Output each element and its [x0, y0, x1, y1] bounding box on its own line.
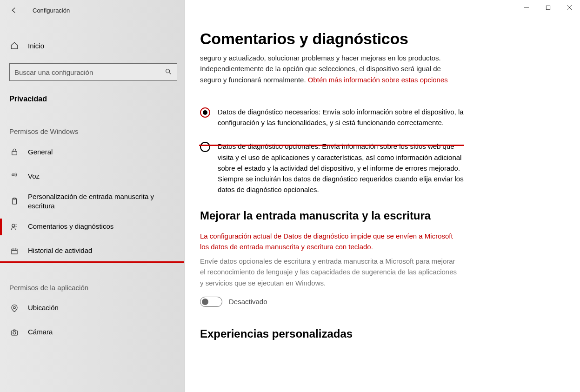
- back-button[interactable]: [4, 0, 24, 20]
- sidebar-item-label: Personalización de entrada manuscrita y …: [28, 192, 175, 211]
- inking-warning: La configuración actual de Datos de diag…: [200, 231, 460, 252]
- sidebar-item-label: Ubicación: [28, 303, 59, 312]
- radio-button-selected-icon[interactable]: [200, 107, 210, 118]
- group-windows-permissions: Permisos de Windows: [0, 107, 185, 140]
- sidebar-item-camera[interactable]: Cámara: [0, 320, 185, 345]
- main-content: Comentarios y diagnósticos seguro y actu…: [185, 0, 580, 392]
- close-button[interactable]: [559, 0, 580, 15]
- intro-link[interactable]: Obtén más información sobre estas opcion…: [308, 76, 448, 84]
- radio-required-label: Datos de diagnóstico necesarios: Envía s…: [218, 106, 465, 128]
- subheading-experiences: Experiencias personalizadas: [200, 327, 552, 340]
- inking-toggle[interactable]: [200, 297, 222, 307]
- page-heading: Comentarios y diagnósticos: [200, 30, 552, 48]
- minimize-button[interactable]: [516, 0, 537, 15]
- sidebar-item-label: Cámara: [28, 327, 53, 337]
- search-icon: [165, 68, 172, 77]
- search-box[interactable]: [9, 63, 177, 81]
- search-input[interactable]: [14, 68, 165, 76]
- diagnostic-radio-group: Datos de diagnóstico necesarios: Envía s…: [200, 106, 465, 195]
- svg-point-7: [13, 306, 16, 309]
- sidebar-item-label: Voz: [28, 172, 40, 181]
- subheading-inking: Mejorar la entrada manuscrita y la escri…: [200, 209, 552, 222]
- lock-icon: [9, 148, 20, 156]
- svg-point-9: [13, 331, 16, 334]
- sidebar-home[interactable]: Inicio: [0, 33, 185, 59]
- feedback-icon: [9, 223, 20, 231]
- sidebar-item-location[interactable]: Ubicación: [0, 296, 185, 320]
- sidebar: Configuración Inicio Privacidad Permisos…: [0, 0, 185, 392]
- sidebar-item-activity[interactable]: Historial de actividad: [0, 239, 185, 263]
- svg-rect-10: [546, 6, 550, 9]
- radio-optional-label: Datos de diagnóstico opcionales: Envía i…: [218, 141, 465, 195]
- voice-icon: [9, 172, 20, 180]
- home-icon: [9, 41, 20, 50]
- sidebar-item-voice[interactable]: Voz: [0, 164, 185, 188]
- maximize-button[interactable]: [537, 0, 559, 15]
- inking-toggle-label: Desactivado: [229, 298, 267, 306]
- sidebar-item-general[interactable]: General: [0, 140, 185, 164]
- svg-point-0: [166, 69, 170, 73]
- svg-point-2: [12, 174, 14, 176]
- sidebar-item-label: General: [28, 147, 53, 157]
- inking-description: Envíe datos opcionales de escritura y en…: [200, 256, 460, 288]
- sidebar-item-label: Historial de actividad: [28, 246, 92, 255]
- radio-optional[interactable]: Datos de diagnóstico opcionales: Envía i…: [200, 141, 465, 195]
- svg-rect-6: [12, 249, 17, 254]
- highlight-underline: [199, 145, 464, 146]
- titlebar: Configuración: [0, 0, 185, 20]
- sidebar-item-feedback[interactable]: Comentarios y diagnósticos: [0, 215, 185, 239]
- clipboard-icon: [9, 197, 20, 206]
- group-app-permissions: Permisos de la aplicación: [0, 263, 185, 296]
- svg-rect-1: [12, 152, 17, 155]
- section-privacy: Privacidad: [0, 81, 185, 107]
- radio-button-unselected-icon[interactable]: [200, 142, 210, 152]
- history-icon: [9, 247, 20, 255]
- sidebar-item-label: Comentarios y diagnósticos: [28, 222, 113, 231]
- intro-text: seguro y actualizado, solucionar problem…: [200, 53, 460, 85]
- inking-toggle-row: Desactivado: [200, 297, 552, 307]
- window-controls: [516, 0, 580, 15]
- sidebar-home-label: Inicio: [28, 42, 44, 50]
- location-icon: [9, 304, 20, 312]
- sidebar-item-inking[interactable]: Personalización de entrada manuscrita y …: [0, 188, 185, 215]
- svg-point-5: [12, 224, 15, 227]
- camera-icon: [9, 328, 20, 337]
- radio-required[interactable]: Datos de diagnóstico necesarios: Envía s…: [200, 106, 465, 128]
- window-title: Configuración: [33, 7, 70, 14]
